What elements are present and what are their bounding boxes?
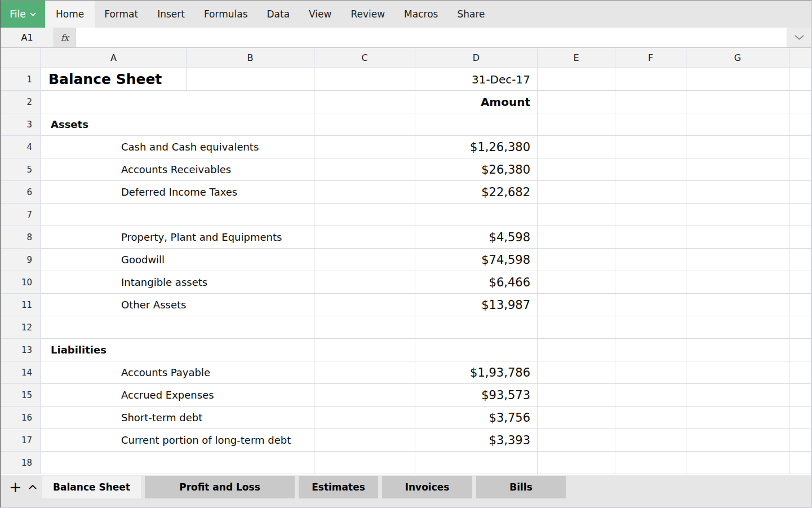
row-header-12[interactable]: 12 (1, 316, 41, 339)
row-header-18[interactable]: 18 (1, 452, 41, 474)
formula-input[interactable] (76, 28, 787, 47)
cell-F13[interactable] (615, 339, 686, 361)
cell-G6[interactable] (686, 181, 789, 204)
row-header-9[interactable]: 9 (1, 249, 41, 271)
cell-C12[interactable] (314, 316, 415, 339)
cell-partial-13[interactable] (789, 339, 811, 361)
cell-F17[interactable] (615, 429, 686, 452)
cell-A14[interactable]: Accounts Payable (41, 361, 314, 384)
cell-D13[interactable] (415, 339, 538, 361)
cell-D15[interactable]: $93,573 (415, 384, 538, 407)
cell-F2[interactable] (615, 91, 686, 113)
cell-partial-1[interactable] (789, 68, 811, 91)
cell-F10[interactable] (615, 271, 686, 294)
file-menu-button[interactable]: File (1, 1, 45, 28)
cell-C3[interactable] (314, 113, 415, 136)
cell-E3[interactable] (538, 113, 615, 136)
cell-D17[interactable]: $3,393 (415, 429, 538, 452)
cell-partial-15[interactable] (789, 384, 811, 407)
cell-F12[interactable] (615, 316, 686, 339)
cell-G1[interactable] (686, 68, 789, 91)
cell-G7[interactable] (686, 204, 789, 226)
cell-G17[interactable] (686, 429, 789, 452)
cell-F3[interactable] (615, 113, 686, 136)
cell-E7[interactable] (538, 204, 615, 226)
cell-C18[interactable] (314, 452, 415, 474)
column-header-G[interactable]: G (686, 48, 789, 68)
cell-F15[interactable] (615, 384, 686, 407)
menu-item-share[interactable]: Share (447, 1, 494, 28)
cell-F16[interactable] (615, 407, 686, 429)
cell-E4[interactable] (538, 136, 615, 158)
cell-D1[interactable]: 31-Dec-17 (415, 68, 538, 91)
cell-D7[interactable] (415, 204, 538, 226)
sheet-tab-estimates[interactable]: Estimates (299, 476, 378, 498)
column-header-partial[interactable] (789, 48, 811, 68)
cell-D2[interactable]: Amount (415, 91, 538, 113)
cell-E5[interactable] (538, 158, 615, 181)
column-header-F[interactable]: F (615, 48, 686, 68)
select-all-corner[interactable] (1, 48, 41, 68)
sheet-tab-profit-and-loss[interactable]: Profit and Loss (145, 476, 295, 498)
cell-D10[interactable]: $6,466 (415, 271, 538, 294)
cell-D14[interactable]: $1,93,786 (415, 361, 538, 384)
cell-G2[interactable] (686, 91, 789, 113)
cell-G15[interactable] (686, 384, 789, 407)
cell-C4[interactable] (314, 136, 415, 158)
cell-C5[interactable] (314, 158, 415, 181)
cell-partial-3[interactable] (789, 113, 811, 136)
row-header-5[interactable]: 5 (1, 158, 41, 181)
cell-D6[interactable]: $22,682 (415, 181, 538, 204)
cell-partial-11[interactable] (789, 294, 811, 316)
column-header-C[interactable]: C (314, 48, 415, 68)
cell-B1[interactable] (187, 68, 314, 91)
formula-bar-expand-button[interactable] (787, 28, 811, 47)
cell-E17[interactable] (538, 429, 615, 452)
menu-item-formulas[interactable]: Formulas (194, 1, 258, 28)
cell-C7[interactable] (314, 204, 415, 226)
cell-reference-box[interactable]: A1 (1, 28, 54, 47)
cell-F11[interactable] (615, 294, 686, 316)
row-header-14[interactable]: 14 (1, 361, 41, 384)
cell-A6[interactable]: Deferred Income Taxes (41, 181, 314, 204)
cell-D8[interactable]: $4,598 (415, 226, 538, 249)
cell-D9[interactable]: $74,598 (415, 249, 538, 271)
cell-E8[interactable] (538, 226, 615, 249)
cell-E2[interactable] (538, 91, 615, 113)
cell-partial-6[interactable] (789, 181, 811, 204)
cell-D4[interactable]: $1,26,380 (415, 136, 538, 158)
menu-item-data[interactable]: Data (258, 1, 300, 28)
row-header-7[interactable]: 7 (1, 204, 41, 226)
cell-D16[interactable]: $3,756 (415, 407, 538, 429)
menu-item-home[interactable]: Home (45, 1, 95, 28)
cell-G12[interactable] (686, 316, 789, 339)
cell-E18[interactable] (538, 452, 615, 474)
menu-item-review[interactable]: Review (341, 1, 394, 28)
row-header-6[interactable]: 6 (1, 181, 41, 204)
cell-partial-5[interactable] (789, 158, 811, 181)
cell-F6[interactable] (615, 181, 686, 204)
cell-partial-12[interactable] (789, 316, 811, 339)
cell-F18[interactable] (615, 452, 686, 474)
cell-partial-14[interactable] (789, 361, 811, 384)
cell-C14[interactable] (314, 361, 415, 384)
cell-G4[interactable] (686, 136, 789, 158)
row-header-16[interactable]: 16 (1, 407, 41, 429)
row-header-13[interactable]: 13 (1, 339, 41, 361)
cell-A7[interactable] (41, 204, 314, 226)
cell-A2[interactable] (41, 91, 314, 113)
cell-C2[interactable] (314, 91, 415, 113)
cell-E13[interactable] (538, 339, 615, 361)
cell-partial-7[interactable] (789, 204, 811, 226)
cell-G11[interactable] (686, 294, 789, 316)
row-header-15[interactable]: 15 (1, 384, 41, 407)
cell-A4[interactable]: Cash and Cash equivalents (41, 136, 314, 158)
cell-A5[interactable]: Accounts Receivables (41, 158, 314, 181)
cell-G14[interactable] (686, 361, 789, 384)
column-header-A[interactable]: A (41, 48, 187, 68)
row-header-8[interactable]: 8 (1, 226, 41, 249)
sheet-list-button[interactable] (29, 485, 37, 489)
fx-button[interactable]: fx (54, 28, 76, 47)
row-header-4[interactable]: 4 (1, 136, 41, 158)
cell-D12[interactable] (415, 316, 538, 339)
